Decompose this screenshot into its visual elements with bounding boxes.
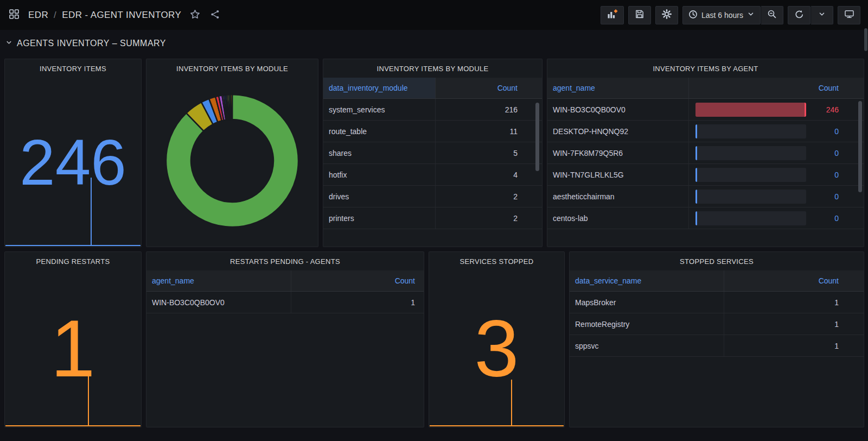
table-row: printers2 bbox=[323, 207, 542, 229]
table-row: RemoteRegistry1 bbox=[570, 313, 864, 335]
row-title: AGENTS INVENTORY – SUMMARY bbox=[17, 39, 166, 48]
refresh-interval-dropdown[interactable] bbox=[810, 6, 833, 24]
bar-gauge-value: 0 bbox=[814, 192, 839, 201]
column-header-module[interactable]: data_inventory_module bbox=[323, 78, 435, 98]
refresh-dashboard-button[interactable] bbox=[788, 6, 810, 24]
column-header-count[interactable]: Count bbox=[724, 270, 864, 291]
table-cell-name: MapsBroker bbox=[570, 292, 724, 313]
table-row: drives2 bbox=[323, 186, 542, 207]
table-row: shares5 bbox=[323, 142, 542, 164]
breadcrumb-dashboard-title[interactable]: EDR - AGENT INVENTORY bbox=[62, 10, 181, 21]
dashboards-menu-button[interactable] bbox=[8, 8, 21, 22]
panel-title[interactable]: SERVICES STOPPED bbox=[429, 252, 564, 270]
table-cell-name: hotfix bbox=[323, 164, 435, 185]
bar-gauge-fill bbox=[695, 103, 806, 117]
table-scrollbar-thumb[interactable] bbox=[535, 103, 539, 171]
panel-title[interactable]: INVENTORY ITEMS BY MODULE bbox=[146, 59, 318, 78]
add-panel-button[interactable] bbox=[601, 6, 624, 24]
stat-value: 246 bbox=[5, 78, 141, 247]
column-header-count[interactable]: Count bbox=[291, 270, 424, 291]
column-header-count[interactable]: Count bbox=[435, 78, 542, 98]
time-range-picker-button[interactable]: Last 6 hours bbox=[682, 6, 761, 24]
table-row: system_services216 bbox=[323, 99, 542, 121]
table-cell-name: drives bbox=[323, 186, 435, 207]
bar-gauge-track bbox=[695, 124, 806, 138]
bar-gauge-value: 0 bbox=[814, 171, 839, 179]
table: data_service_name Count MapsBroker1Remot… bbox=[570, 270, 864, 427]
tv-mode-button[interactable] bbox=[838, 6, 860, 24]
panel-inventory-by-module-chart: INVENTORY ITEMS BY MODULE bbox=[146, 59, 318, 247]
zoom-out-time-button[interactable] bbox=[761, 6, 783, 24]
table-header-row: data_service_name Count bbox=[570, 270, 864, 292]
table-cell-name: sppsvc bbox=[570, 335, 724, 356]
panel-title[interactable]: INVENTORY ITEMS BY AGENT bbox=[547, 59, 864, 78]
table-cell-count: 2 bbox=[435, 186, 542, 207]
table-cell-agent-name: WIN-7FK8M79Q5R6 bbox=[547, 142, 688, 163]
table-cell-name: shares bbox=[323, 142, 435, 163]
table-cell-count-gauge: 0 bbox=[688, 142, 864, 163]
table-cell-count-gauge: 246 bbox=[688, 99, 864, 120]
column-header-agent-name[interactable]: agent_name bbox=[146, 270, 291, 291]
panel-title[interactable]: STOPPED SERVICES bbox=[570, 252, 864, 270]
dashboard-settings-button[interactable] bbox=[655, 6, 678, 24]
table-body: MapsBroker1RemoteRegistry1sppsvc1 bbox=[570, 292, 864, 357]
panel-restarts-pending-agents: RESTARTS PENDING - AGENTS agent_name Cou… bbox=[146, 251, 424, 427]
table-cell-agent-name: centos-lab bbox=[547, 207, 688, 229]
table-row: aestheticchairman0 bbox=[547, 186, 864, 207]
table: data_inventory_module Count system_servi… bbox=[323, 78, 542, 247]
bar-gauge-fill bbox=[695, 211, 697, 225]
bar-gauge-value: 0 bbox=[814, 127, 839, 136]
apps-grid-icon bbox=[9, 9, 20, 21]
share-dashboard-button[interactable] bbox=[209, 8, 221, 22]
refresh-icon bbox=[795, 10, 804, 21]
column-header-service-name[interactable]: data_service_name bbox=[570, 270, 724, 291]
time-range-label: Last 6 hours bbox=[701, 11, 743, 20]
table: agent_name Count WIN-BO3C0QB0OV01 bbox=[146, 270, 424, 427]
column-header-agent-name[interactable]: agent_name bbox=[547, 78, 688, 98]
table-scrollbar-thumb[interactable] bbox=[858, 101, 862, 192]
star-dashboard-button[interactable] bbox=[189, 8, 201, 22]
time-controls-group: Last 6 hours bbox=[682, 6, 783, 24]
table-cell-count: 1 bbox=[724, 313, 864, 335]
table-header-row: agent_name Count bbox=[547, 78, 864, 99]
panel-title[interactable]: RESTARTS PENDING - AGENTS bbox=[146, 252, 424, 270]
table-cell-count: 5 bbox=[435, 142, 542, 163]
table-row: MapsBroker1 bbox=[570, 292, 864, 313]
bar-gauge-value: 0 bbox=[814, 214, 839, 223]
table-row: WIN-TN7GLRLKL5G0 bbox=[547, 164, 864, 186]
column-header-count[interactable]: Count bbox=[688, 78, 864, 98]
table: agent_name Count WIN-BO3C0QB0OV0246DESKT… bbox=[547, 78, 864, 247]
page-scrollbar-thumb[interactable] bbox=[864, 28, 867, 51]
panel-pending-restarts: PENDING RESTARTS 1 bbox=[4, 251, 142, 427]
bar-gauge-track bbox=[695, 190, 806, 204]
table-cell-agent-name: WIN-TN7GLRLKL5G bbox=[547, 164, 688, 185]
table-header-row: agent_name Count bbox=[146, 270, 424, 292]
stat-value: 1 bbox=[5, 270, 141, 427]
breadcrumb-folder[interactable]: EDR bbox=[28, 10, 48, 21]
add-panel-icon bbox=[607, 9, 618, 21]
table-row: route_table11 bbox=[323, 121, 542, 142]
bar-gauge-track bbox=[695, 168, 806, 182]
table-cell-count: 1 bbox=[724, 292, 864, 313]
panel-title[interactable]: INVENTORY ITEMS bbox=[5, 59, 141, 78]
table-row: sppsvc1 bbox=[570, 335, 864, 357]
chevron-down-icon bbox=[5, 39, 12, 48]
gear-icon bbox=[661, 9, 672, 21]
bar-gauge-fill bbox=[695, 124, 697, 138]
panel-title[interactable]: INVENTORY ITEMS BY MODULE bbox=[323, 59, 542, 78]
table-cell-count: 2 bbox=[435, 207, 542, 229]
star-icon bbox=[190, 9, 200, 21]
dashboard-row-toggle[interactable]: AGENTS INVENTORY – SUMMARY bbox=[5, 36, 166, 51]
bar-gauge-track bbox=[695, 211, 806, 225]
table-cell-name: RemoteRegistry bbox=[570, 313, 724, 335]
refresh-group bbox=[788, 6, 833, 24]
stat-value: 3 bbox=[429, 270, 564, 427]
save-dashboard-button[interactable] bbox=[628, 6, 651, 24]
panel-services-stopped: SERVICES STOPPED 3 bbox=[429, 251, 565, 427]
panel-title[interactable]: PENDING RESTARTS bbox=[5, 252, 141, 270]
panel-inventory-by-module-table: INVENTORY ITEMS BY MODULE data_inventory… bbox=[323, 59, 542, 247]
navbar: EDR / EDR - AGENT INVENTORY bbox=[0, 0, 868, 30]
navbar-left: EDR / EDR - AGENT INVENTORY bbox=[8, 8, 221, 22]
panel-stopped-services: STOPPED SERVICES data_service_name Count… bbox=[569, 251, 864, 427]
table-cell-name: printers bbox=[323, 207, 435, 229]
